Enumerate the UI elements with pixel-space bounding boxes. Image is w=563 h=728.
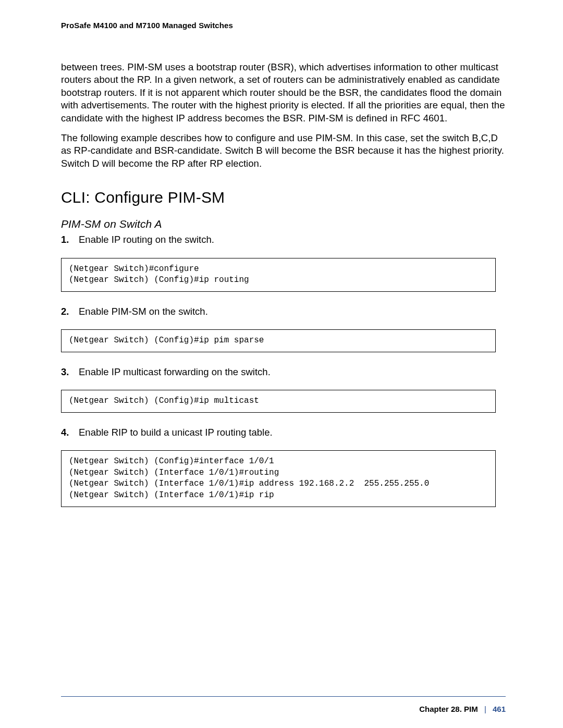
intro-paragraph-1: between trees. PIM-SM uses a bootstrap r… xyxy=(61,61,506,125)
step-4-text: Enable RIP to build a unicast IP routing… xyxy=(79,427,273,438)
step-1-text: Enable IP routing on the switch. xyxy=(79,234,214,245)
step-1: Enable IP routing on the switch. xyxy=(61,233,506,246)
footer-rule xyxy=(61,696,506,697)
step-list: Enable RIP to build a unicast IP routing… xyxy=(61,426,506,439)
page: ProSafe M4100 and M7100 Managed Switches… xyxy=(0,0,563,728)
footer-separator: | xyxy=(480,705,491,713)
footer-chapter: Chapter 28. PIM xyxy=(419,705,478,713)
code-block-3: (Netgear Switch) (Config)#ip multicast xyxy=(61,390,496,413)
step-2-text: Enable PIM-SM on the switch. xyxy=(79,306,208,317)
step-3-text: Enable IP multicast forwarding on the sw… xyxy=(79,366,271,377)
footer: Chapter 28. PIM | 461 xyxy=(419,705,506,713)
code-block-4: (Netgear Switch) (Config)#interface 1/0/… xyxy=(61,450,496,507)
step-list: Enable PIM-SM on the switch. xyxy=(61,305,506,318)
step-list: Enable IP multicast forwarding on the sw… xyxy=(61,366,506,378)
step-2: Enable PIM-SM on the switch. xyxy=(61,305,506,318)
step-4: Enable RIP to build a unicast IP routing… xyxy=(61,426,506,439)
code-block-2: (Netgear Switch) (Config)#ip pim sparse xyxy=(61,329,496,352)
footer-page-number: 461 xyxy=(493,705,506,713)
step-list: Enable IP routing on the switch. xyxy=(61,233,506,246)
subsection-heading-switch-a: PIM-SM on Switch A xyxy=(61,218,506,230)
running-header: ProSafe M4100 and M7100 Managed Switches xyxy=(61,21,506,30)
code-block-1: (Netgear Switch)#configure (Netgear Swit… xyxy=(61,258,496,292)
section-heading-cli: CLI: Configure PIM-SM xyxy=(61,189,506,206)
intro-paragraph-2: The following example describes how to c… xyxy=(61,132,506,170)
step-3: Enable IP multicast forwarding on the sw… xyxy=(61,366,506,378)
